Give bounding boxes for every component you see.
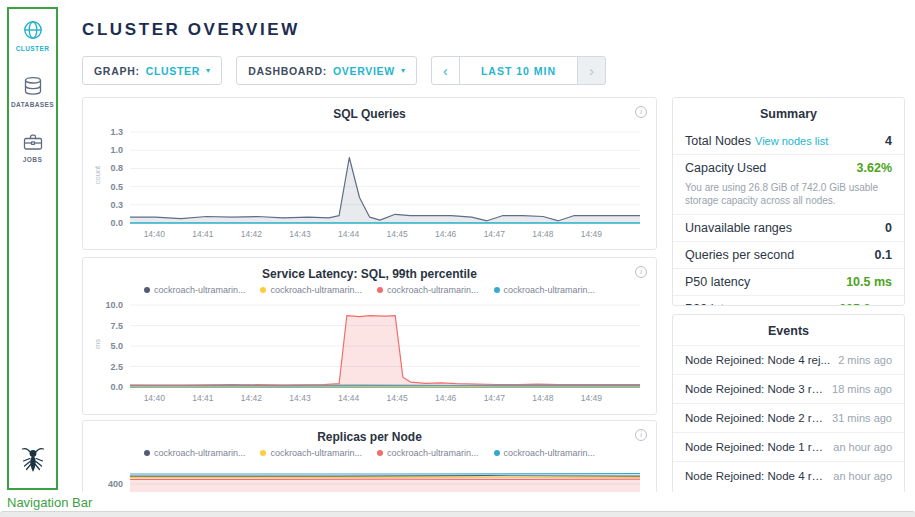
svg-text:14:48: 14:48: [532, 229, 554, 239]
svg-text:5.0: 5.0: [110, 341, 123, 351]
svg-text:14:42: 14:42: [240, 229, 262, 239]
legend-dot-icon: [494, 450, 500, 456]
graph-dropdown-value: CLUSTER: [146, 65, 200, 77]
svg-text:1.3: 1.3: [110, 127, 123, 137]
qps-label: Queries per second: [685, 248, 794, 262]
replicas-per-node-chart-card: Replicas per Node i cockroach-ultramarin…: [82, 420, 657, 492]
admin-ui: CLUSTER DATABASES JOBS: [0, 0, 915, 492]
event-row: Node Rejoined: Node 4 rej... 2 mins ago: [673, 345, 904, 374]
qps-value: 0.1: [875, 248, 892, 262]
service-latency-chart: 0.02.55.07.510.014:4014:4114:4214:4314:4…: [90, 297, 650, 409]
legend-item[interactable]: cockroach-ultramarin...: [260, 448, 362, 458]
time-next-button[interactable]: ›: [577, 56, 606, 85]
jobs-icon: [22, 132, 44, 152]
legend-item[interactable]: cockroach-ultramarin...: [260, 285, 362, 295]
legend-item[interactable]: cockroach-ultramarin...: [144, 448, 246, 458]
legend-label: cockroach-ultramarin...: [154, 448, 246, 458]
page-title: CLUSTER OVERVIEW: [82, 20, 300, 40]
dashboard-dropdown[interactable]: DASHBOARD: OVERVIEW ▾: [236, 56, 417, 85]
legend-label: cockroach-ultramarin...: [504, 285, 596, 295]
svg-text:ms: ms: [93, 339, 102, 349]
svg-text:400: 400: [107, 479, 122, 489]
graph-dropdown-label: GRAPH:: [94, 65, 140, 77]
svg-text:14:43: 14:43: [289, 393, 311, 403]
total-nodes-value: 4: [885, 134, 892, 148]
summary-row-qps: Queries per second 0.1: [673, 241, 904, 268]
databases-icon: [22, 76, 44, 97]
chart-title: SQL Queries: [83, 98, 656, 121]
cockroachdb-logo[interactable]: [20, 445, 46, 478]
legend-label: cockroach-ultramarin...: [387, 285, 479, 295]
info-icon[interactable]: i: [635, 266, 647, 278]
summary-row-p99: P99 latency 285.2 ms: [673, 295, 904, 306]
chevron-down-icon: ▾: [206, 67, 210, 75]
summary-row-total-nodes: Total NodesView nodes list 4: [673, 128, 904, 154]
sidebar-item-jobs[interactable]: JOBS: [22, 132, 44, 163]
page-bottom-strip: [0, 511, 915, 517]
graph-dropdown[interactable]: GRAPH: CLUSTER ▾: [82, 56, 222, 85]
replicas-per-node-chart: 400: [90, 460, 650, 492]
legend-label: cockroach-ultramarin...: [504, 448, 596, 458]
sql-queries-chart: 0.00.30.50.81.01.314:4014:4114:4214:4314…: [90, 123, 650, 245]
svg-text:14:44: 14:44: [337, 229, 359, 239]
event-text[interactable]: Node Rejoined: Node 3 rej...: [685, 383, 824, 395]
event-row: Node Rejoined: Node 2 rej... 31 mins ago: [673, 403, 904, 432]
sidebar-item-cluster[interactable]: CLUSTER: [16, 19, 50, 52]
dashboard-controls: GRAPH: CLUSTER ▾ DASHBOARD: OVERVIEW ▾ ‹…: [82, 56, 606, 85]
time-range-selector: ‹ LAST 10 MIN ›: [431, 56, 606, 85]
navigation-bar: CLUSTER DATABASES JOBS: [7, 7, 58, 490]
legend-label: cockroach-ultramarin...: [154, 285, 246, 295]
legend-item[interactable]: cockroach-ultramarin...: [377, 285, 479, 295]
sidebar-item-label: JOBS: [23, 156, 42, 163]
capacity-label: Capacity Used: [685, 161, 766, 175]
unavailable-ranges-value: 0: [885, 221, 892, 235]
legend-dot-icon: [260, 450, 266, 456]
svg-text:0.0: 0.0: [110, 218, 123, 228]
svg-text:14:47: 14:47: [483, 393, 505, 403]
chart-legend: cockroach-ultramarin...cockroach-ultrama…: [83, 447, 656, 458]
svg-text:0.8: 0.8: [110, 163, 123, 173]
event-text[interactable]: Node Rejoined: Node 4 rej...: [685, 470, 825, 482]
svg-text:14:44: 14:44: [337, 393, 359, 403]
legend-item[interactable]: cockroach-ultramarin...: [494, 448, 596, 458]
time-prev-button[interactable]: ‹: [431, 56, 460, 85]
event-time: 2 mins ago: [838, 354, 892, 366]
p99-value: 285.2 ms: [839, 302, 892, 306]
event-text[interactable]: Node Rejoined: Node 1 rej...: [685, 441, 825, 453]
svg-text:14:45: 14:45: [386, 393, 408, 403]
legend-dot-icon: [377, 287, 383, 293]
event-text[interactable]: Node Rejoined: Node 2 rej...: [685, 412, 824, 424]
capacity-note: You are using 26.8 GiB of 742.0 GiB usab…: [673, 181, 904, 214]
chart-legend: cockroach-ultramarin...cockroach-ultrama…: [83, 284, 656, 295]
sql-queries-chart-card: SQL Queries i 0.00.30.50.81.01.314:4014:…: [82, 97, 657, 250]
annotation-caption: Navigation Bar: [7, 495, 92, 510]
p99-label: P99 latency: [685, 302, 750, 306]
summary-row-p50: P50 latency 10.5 ms: [673, 268, 904, 295]
svg-text:14:41: 14:41: [192, 229, 214, 239]
time-range-label[interactable]: LAST 10 MIN: [459, 56, 578, 85]
event-time: an hour ago: [833, 470, 892, 482]
info-icon[interactable]: i: [635, 106, 647, 118]
legend-item[interactable]: cockroach-ultramarin...: [377, 448, 479, 458]
summary-panel: Summary Total NodesView nodes list 4 Cap…: [672, 97, 905, 306]
event-time: 18 mins ago: [832, 383, 892, 395]
view-nodes-link[interactable]: View nodes list: [755, 135, 828, 147]
svg-text:14:42: 14:42: [240, 393, 262, 403]
legend-item[interactable]: cockroach-ultramarin...: [144, 285, 246, 295]
info-icon[interactable]: i: [635, 429, 647, 441]
event-text[interactable]: Node Rejoined: Node 4 rej...: [685, 354, 830, 366]
legend-label: cockroach-ultramarin...: [270, 448, 362, 458]
svg-text:14:48: 14:48: [532, 393, 554, 403]
event-row: Node Rejoined: Node 1 rej... an hour ago: [673, 432, 904, 461]
svg-text:2.5: 2.5: [110, 362, 123, 372]
legend-label: cockroach-ultramarin...: [387, 448, 479, 458]
sidebar-item-databases[interactable]: DATABASES: [11, 76, 54, 108]
dashboard-dropdown-label: DASHBOARD:: [248, 65, 327, 77]
capacity-value: 3.62%: [857, 161, 892, 175]
svg-text:0.0: 0.0: [110, 382, 123, 392]
unavailable-ranges-label: Unavailable ranges: [685, 221, 792, 235]
legend-item[interactable]: cockroach-ultramarin...: [494, 285, 596, 295]
chevron-down-icon: ▾: [401, 67, 405, 75]
svg-text:14:40: 14:40: [143, 229, 165, 239]
svg-text:14:43: 14:43: [289, 229, 311, 239]
